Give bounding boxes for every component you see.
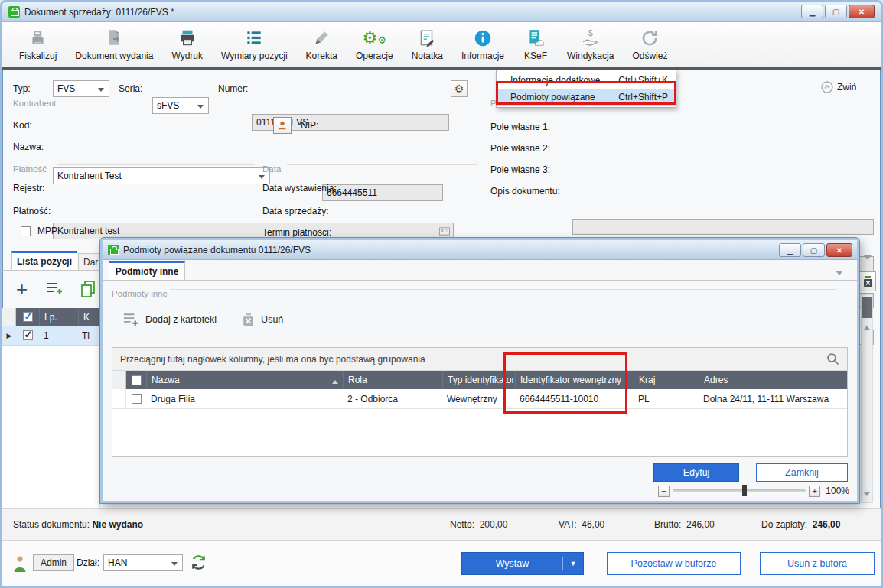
trash-icon xyxy=(243,313,254,326)
toolbar-informacje[interactable]: Informacje xyxy=(452,27,513,63)
copy-icon[interactable] xyxy=(80,280,96,298)
search-icon[interactable] xyxy=(826,352,839,365)
opis-dokumentu-label: Opis dokumentu: xyxy=(490,183,560,200)
printer-icon xyxy=(178,28,197,48)
seria-select[interactable]: sFVS xyxy=(152,97,209,114)
toolbar-windykacja[interactable]: $ Windykacja xyxy=(558,27,623,63)
number-settings-button[interactable]: ⚙ xyxy=(451,80,468,97)
positions-grid-header: Lp. K xyxy=(2,308,100,326)
zoom-in-button[interactable]: + xyxy=(809,486,820,497)
status-bar: Status dokumentu: Nie wydano Netto: 200,… xyxy=(2,508,881,541)
add-list-icon[interactable] xyxy=(44,280,63,298)
svg-text:$: $ xyxy=(588,28,592,37)
document-status: Status dokumentu: Nie wydano xyxy=(13,519,143,530)
panel-chevron-icon[interactable] xyxy=(864,255,872,264)
col-typ-identyfikatora[interactable]: Typ identyfikatora xyxy=(443,375,515,385)
row-select-checkbox[interactable] xyxy=(132,394,142,404)
info-icon xyxy=(473,28,493,48)
pozostaw-w-buforze-button[interactable]: Pozostaw w buforze xyxy=(607,552,741,575)
minimize-button[interactable]: ▁ xyxy=(801,5,823,18)
podmioty-dialog: Podmioty powiązane dokumentu 0111/26/FVS… xyxy=(100,238,859,503)
window-controls: ▁ ▢ ✕ xyxy=(801,5,875,18)
refresh-icon xyxy=(640,28,660,48)
collapse-button[interactable]: Zwiń xyxy=(821,81,856,93)
zoom-out-button[interactable]: − xyxy=(658,486,670,497)
group-by-bar[interactable]: Przeciągnij tutaj nagłówek kolumny, jeśl… xyxy=(112,348,847,371)
menu-informacje-dodatkowe[interactable]: Informacje dodatkowe...Ctrl+Shift+K xyxy=(497,72,676,89)
main-titlebar: Dokument sprzedaży: 0111/26/FVS * xyxy=(2,2,881,22)
trash-green-icon xyxy=(863,276,873,288)
maximize-button[interactable]: ▢ xyxy=(825,5,847,18)
gears-icon: ⚙⚙ xyxy=(363,28,386,48)
zoom-thumb[interactable] xyxy=(742,485,747,496)
grid-select-all-checkbox[interactable] xyxy=(132,375,142,385)
toolbar-dokument-wydania[interactable]: Dokument wydania xyxy=(66,27,162,63)
toolbar-odswiez[interactable]: Odśwież xyxy=(623,27,676,63)
scrollbar-thumb[interactable] xyxy=(862,297,872,318)
col-adres[interactable]: Adres xyxy=(699,375,847,385)
pole-wlasne-1-field[interactable] xyxy=(572,219,874,235)
col-rola[interactable]: Rola xyxy=(344,375,442,385)
usun-button[interactable]: Usuń xyxy=(243,313,283,326)
toolbar-ksef[interactable]: KSeF xyxy=(513,27,558,63)
tab-lista-pozycji[interactable]: Lista pozycji xyxy=(11,251,77,270)
data-sprzedazy-label: Data sprzedaży: xyxy=(262,203,329,219)
mpp-checkbox[interactable] xyxy=(21,226,31,236)
wystaw-dropdown-icon[interactable]: ▼ xyxy=(563,560,583,567)
sort-asc-icon xyxy=(332,377,338,384)
collapse-up-icon xyxy=(821,81,833,93)
scroll-up-icon[interactable] xyxy=(864,323,870,330)
usun-z-bufora-button[interactable]: Usuń z bufora xyxy=(760,552,875,575)
screen: Dokument sprzedaży: 0111/26/FVS * ▁ ▢ ✕ … xyxy=(0,0,883,588)
dialog-close-button[interactable]: ✕ xyxy=(826,243,852,257)
dodaj-z-kartoteki-button[interactable]: Dodaj z kartoteki xyxy=(122,312,217,327)
toolbar-wymiary-pozycji[interactable]: Wymiary pozycji xyxy=(212,27,297,63)
typ-select[interactable]: FVS xyxy=(53,80,109,97)
row-checkbox[interactable] xyxy=(23,330,33,340)
scroll-down-icon[interactable] xyxy=(864,492,870,499)
zoom-track[interactable] xyxy=(673,489,806,492)
dzial-select[interactable]: HAN xyxy=(103,554,183,571)
tab-podmioty-inne[interactable]: Podmioty inne xyxy=(109,261,185,280)
col-kraj[interactable]: Kraj xyxy=(634,375,699,385)
select-all-checkbox[interactable] xyxy=(23,312,33,322)
table-row[interactable]: Druga Filia 2 - Odbiorca Wewnętrzny 6664… xyxy=(112,389,847,409)
nip-field[interactable]: 6664445511 xyxy=(322,184,443,201)
kod-select[interactable]: Kontrahent Test xyxy=(53,167,270,184)
add-row-icon[interactable]: + xyxy=(16,279,28,299)
dialog-minimize-button[interactable]: ▁ xyxy=(779,243,801,257)
list-icon xyxy=(244,28,264,48)
menu-podmioty-powiazane[interactable]: Podmioty powiązaneCtrl+Shift+P xyxy=(497,89,676,106)
toolbar-notatka[interactable]: Notatka xyxy=(402,27,452,63)
positions-scrollbar[interactable] xyxy=(861,294,873,503)
toolbar-fiskalizuj[interactable]: Fiskalizuj xyxy=(10,27,66,63)
wystaw-button[interactable]: Wystaw ▼ xyxy=(461,552,584,575)
contractor-card-button[interactable] xyxy=(273,117,292,134)
podmioty-inne-caption: Podmioty inne xyxy=(112,289,168,298)
toolbar-operacje[interactable]: ⚙⚙ Operacje xyxy=(347,27,402,63)
refresh-dzial-icon[interactable] xyxy=(190,554,207,571)
zamknij-button[interactable]: Zamknij xyxy=(756,463,848,482)
dialog-tab-chevron-icon[interactable] xyxy=(836,271,843,279)
nazwa-field[interactable]: Kontrahent test xyxy=(53,223,454,239)
dialog-maximize-button[interactable]: ▢ xyxy=(803,243,825,257)
dialog-icon xyxy=(108,245,119,255)
card-icon[interactable] xyxy=(439,227,450,236)
close-button[interactable]: ✕ xyxy=(849,5,875,18)
position-row[interactable]: ▶ 1 Tl xyxy=(2,326,100,346)
toolbar-wydruk[interactable]: Wydruk xyxy=(162,27,212,63)
delete-row-button[interactable] xyxy=(859,271,876,291)
rejestr-label: Rejestr: xyxy=(13,180,44,197)
col-identyfikator-wewnetrzny[interactable]: Identyfikator wewnętrzny xyxy=(516,375,634,385)
main-toolbar: Fiskalizuj Dokument wydania Wydruk Wymia… xyxy=(2,22,881,70)
user-button[interactable]: Admin xyxy=(33,554,74,571)
toolbar-korekta[interactable]: Korekta xyxy=(297,27,347,63)
tab-partial[interactable]: Dar xyxy=(78,253,100,270)
mpp-checkbox-row[interactable]: MPP xyxy=(21,223,57,239)
grid-header-row: Nazwa Rola Typ identyfikatora Identyfika… xyxy=(112,371,847,389)
pencil-icon xyxy=(311,28,331,48)
col-nazwa[interactable]: Nazwa xyxy=(147,375,343,385)
edytuj-button[interactable]: Edytuj xyxy=(653,463,739,482)
user-icon xyxy=(12,555,28,573)
numer-label: Numer: xyxy=(218,80,248,97)
